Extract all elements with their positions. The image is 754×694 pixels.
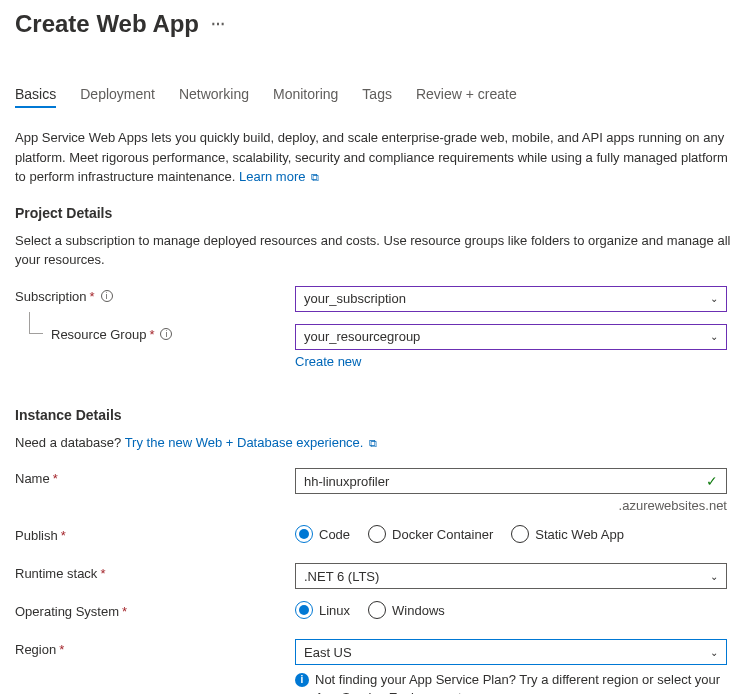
radio-icon (368, 601, 386, 619)
required-icon: * (90, 289, 95, 304)
name-suffix: .azurewebsites.net (295, 498, 727, 513)
radio-label: Windows (392, 603, 445, 618)
tabs: Basics Deployment Networking Monitoring … (15, 80, 739, 108)
chevron-down-icon: ⌄ (710, 647, 718, 658)
page-title: Create Web App (15, 10, 199, 38)
resource-group-label: Resource Group (51, 327, 146, 342)
required-icon: * (59, 642, 64, 657)
radio-label: Static Web App (535, 527, 624, 542)
required-icon: * (61, 528, 66, 543)
info-icon[interactable]: i (101, 290, 113, 302)
chevron-down-icon: ⌄ (710, 571, 718, 582)
subscription-select[interactable]: your_subscription ⌄ (295, 286, 727, 312)
external-link-icon: ⧉ (365, 437, 376, 449)
region-hint: Not finding your App Service Plan? Try a… (315, 671, 727, 694)
publish-docker-radio[interactable]: Docker Container (368, 525, 493, 543)
radio-label: Docker Container (392, 527, 493, 542)
chevron-down-icon: ⌄ (710, 293, 718, 304)
required-icon: * (53, 471, 58, 486)
more-icon[interactable]: ⋯ (211, 16, 225, 32)
radio-label: Code (319, 527, 350, 542)
tab-tags[interactable]: Tags (362, 80, 392, 108)
region-label: Region (15, 642, 56, 657)
tab-review-create[interactable]: Review + create (416, 80, 517, 108)
db-prompt: Need a database? Try the new Web + Datab… (15, 433, 739, 453)
info-icon[interactable]: i (160, 328, 172, 340)
external-link-icon: ⧉ (307, 171, 318, 183)
os-windows-radio[interactable]: Windows (368, 601, 445, 619)
region-select[interactable]: East US ⌄ (295, 639, 727, 665)
publish-label: Publish (15, 528, 58, 543)
project-details-desc: Select a subscription to manage deployed… (15, 231, 739, 270)
required-icon: * (100, 566, 105, 581)
subscription-label: Subscription (15, 289, 87, 304)
required-icon: * (122, 604, 127, 619)
radio-icon (368, 525, 386, 543)
db-experience-link[interactable]: Try the new Web + Database experience. ⧉ (125, 435, 377, 450)
os-label: Operating System (15, 604, 119, 619)
instance-details-title: Instance Details (15, 407, 739, 423)
resource-group-select[interactable]: your_resourcegroup ⌄ (295, 324, 727, 350)
required-icon: * (149, 327, 154, 342)
tab-deployment[interactable]: Deployment (80, 80, 155, 108)
runtime-value: .NET 6 (LTS) (304, 569, 379, 584)
publish-static-radio[interactable]: Static Web App (511, 525, 624, 543)
radio-icon (295, 525, 313, 543)
os-linux-radio[interactable]: Linux (295, 601, 350, 619)
check-icon: ✓ (706, 473, 718, 489)
create-new-link[interactable]: Create new (295, 354, 727, 369)
name-input[interactable]: hh-linuxprofiler ✓ (295, 468, 727, 494)
runtime-label: Runtime stack (15, 566, 97, 581)
subscription-value: your_subscription (304, 291, 406, 306)
resource-group-value: your_resourcegroup (304, 329, 420, 344)
learn-more-link[interactable]: Learn more ⧉ (239, 169, 319, 184)
tab-monitoring[interactable]: Monitoring (273, 80, 338, 108)
name-value: hh-linuxprofiler (304, 474, 389, 489)
radio-icon (295, 601, 313, 619)
region-value: East US (304, 645, 352, 660)
project-details-title: Project Details (15, 205, 739, 221)
intro-text: App Service Web Apps lets you quickly bu… (15, 128, 739, 187)
runtime-select[interactable]: .NET 6 (LTS) ⌄ (295, 563, 727, 589)
info-icon: i (295, 673, 309, 687)
intro-body: App Service Web Apps lets you quickly bu… (15, 130, 728, 184)
chevron-down-icon: ⌄ (710, 331, 718, 342)
db-prompt-text: Need a database? (15, 435, 125, 450)
publish-code-radio[interactable]: Code (295, 525, 350, 543)
indent-line (29, 312, 43, 334)
name-label: Name (15, 471, 50, 486)
tab-basics[interactable]: Basics (15, 80, 56, 108)
tab-networking[interactable]: Networking (179, 80, 249, 108)
radio-icon (511, 525, 529, 543)
radio-label: Linux (319, 603, 350, 618)
